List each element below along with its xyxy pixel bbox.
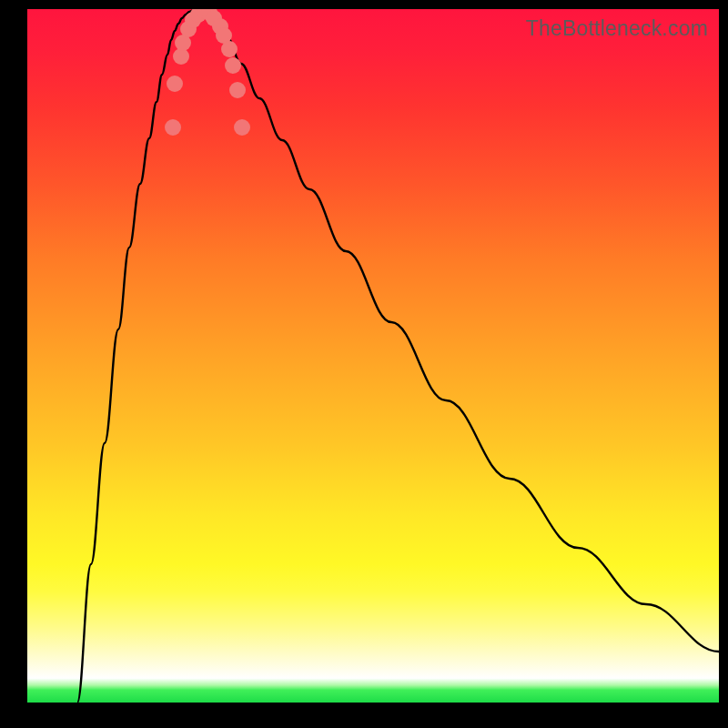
data-marker xyxy=(229,82,246,98)
markers-left xyxy=(165,9,213,136)
data-marker xyxy=(234,119,250,136)
data-marker xyxy=(225,57,241,74)
markers-right xyxy=(201,9,250,136)
right-curve xyxy=(200,9,719,652)
data-marker xyxy=(165,119,181,136)
curves-svg xyxy=(27,9,719,703)
left-curve xyxy=(77,9,200,703)
frame: TheBottleneck.com xyxy=(0,0,728,728)
data-marker xyxy=(221,41,238,57)
plot-area: TheBottleneck.com xyxy=(27,9,719,703)
data-marker xyxy=(167,76,183,92)
